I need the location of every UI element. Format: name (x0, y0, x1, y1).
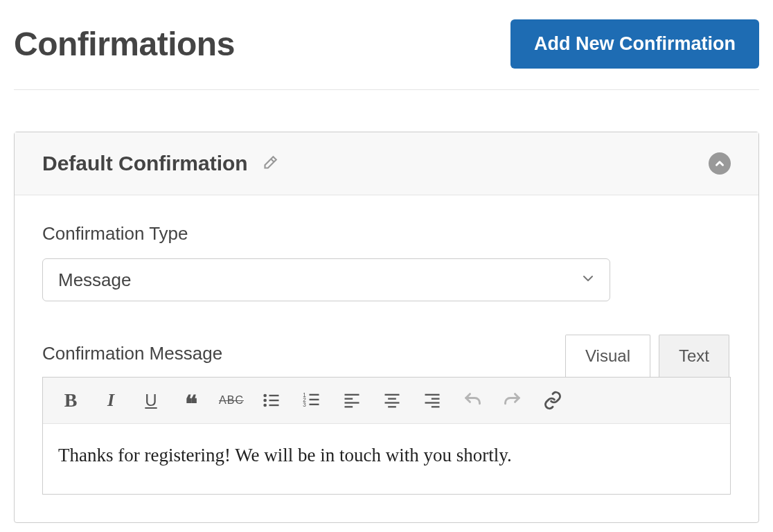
svg-rect-19 (388, 406, 396, 407)
page-header: Confirmations Add New Confirmation (14, 14, 759, 90)
confirmation-message-label: Confirmation Message (42, 343, 222, 364)
svg-rect-21 (432, 398, 440, 400)
svg-rect-22 (425, 402, 440, 403)
italic-button[interactable]: I (93, 384, 129, 416)
svg-rect-5 (269, 405, 279, 406)
panel-title: Default Confirmation (42, 152, 248, 175)
svg-rect-18 (385, 402, 400, 403)
bold-button[interactable]: B (53, 384, 89, 416)
page-title: Confirmations (14, 25, 235, 63)
svg-point-4 (263, 404, 267, 407)
tab-text[interactable]: Text (659, 335, 729, 377)
redo-button[interactable] (495, 384, 531, 416)
align-center-button[interactable] (374, 384, 410, 416)
panel-body: Confirmation Type Message Confirmation M… (15, 195, 758, 522)
numbered-list-button[interactable]: 123 (294, 384, 330, 416)
svg-rect-13 (345, 398, 353, 400)
svg-point-2 (263, 399, 267, 402)
svg-rect-15 (345, 406, 353, 407)
link-button[interactable] (535, 384, 571, 416)
underline-button[interactable]: U (133, 384, 169, 416)
tab-visual[interactable]: Visual (565, 335, 650, 377)
svg-rect-1 (269, 395, 279, 396)
svg-rect-20 (425, 394, 440, 396)
collapse-icon[interactable] (709, 152, 731, 175)
edit-icon[interactable] (260, 154, 278, 172)
editor-tabs: Visual Text (565, 335, 729, 377)
svg-rect-11 (310, 404, 319, 405)
align-right-button[interactable] (414, 384, 450, 416)
align-left-button[interactable] (334, 384, 370, 416)
svg-rect-12 (345, 394, 359, 396)
svg-rect-14 (345, 402, 359, 403)
editor-content-area[interactable]: Thanks for registering! We will be in to… (43, 424, 730, 494)
undo-button[interactable] (454, 384, 490, 416)
confirmation-type-select-wrap: Message (42, 258, 610, 301)
svg-rect-23 (432, 406, 440, 407)
editor-toolbar: B I U ❝ ABC 123 (43, 378, 730, 424)
bullet-list-button[interactable] (254, 384, 290, 416)
confirmation-panel: Default Confirmation Confirmation Type M… (14, 132, 759, 523)
editor: B I U ❝ ABC 123 (42, 377, 731, 495)
confirmation-type-label: Confirmation Type (42, 223, 731, 245)
svg-rect-3 (269, 400, 279, 401)
svg-rect-17 (388, 398, 396, 400)
svg-rect-7 (310, 394, 319, 396)
strikethrough-button[interactable]: ABC (213, 384, 249, 416)
confirmation-type-select[interactable]: Message (42, 258, 610, 301)
blockquote-button[interactable]: ❝ (173, 384, 209, 416)
editor-text: Thanks for registering! We will be in to… (58, 445, 715, 466)
svg-text:3: 3 (303, 402, 306, 408)
svg-rect-16 (385, 394, 400, 396)
svg-point-0 (263, 394, 267, 398)
add-new-confirmation-button[interactable]: Add New Confirmation (510, 19, 759, 69)
svg-rect-9 (310, 399, 319, 400)
panel-header[interactable]: Default Confirmation (15, 132, 758, 195)
